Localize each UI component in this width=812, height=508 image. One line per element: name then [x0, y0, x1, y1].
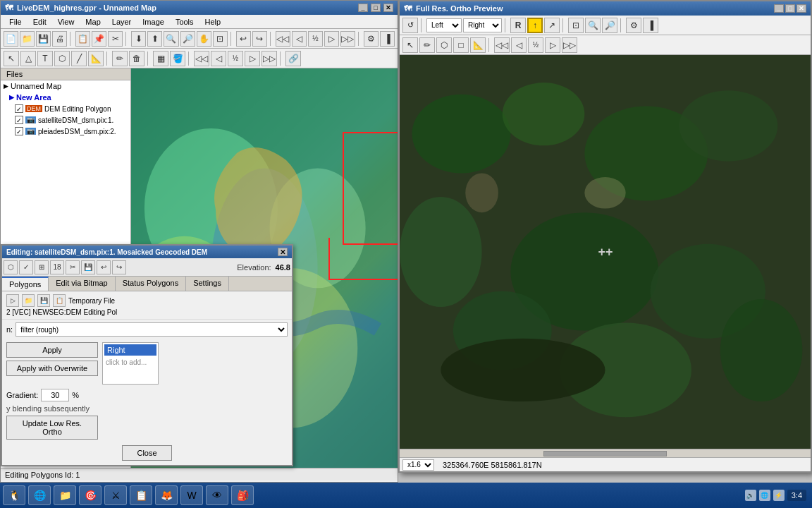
ortho-grid-btn[interactable]: ⊡	[568, 18, 584, 33]
taskbar-app6-btn[interactable]: 🦊	[155, 485, 178, 505]
ortho-right-dropdown[interactable]: Right	[463, 18, 502, 32]
edit-tool-undo[interactable]: ↩	[97, 260, 111, 274]
close-dialog-button[interactable]: Close	[122, 445, 171, 461]
tree-item-sat[interactable]: 📷 satelliteDSM_dsm.pix:1.	[1, 114, 130, 126]
next4-btn[interactable]: ▷▷	[262, 51, 277, 66]
ortho-prev3-btn[interactable]: ◁◁	[494, 37, 510, 53]
ortho-next6-btn[interactable]: ▷▷	[562, 37, 577, 53]
ortho-edit-btn[interactable]: ✏	[419, 37, 435, 53]
draw-btn[interactable]: ✏	[112, 51, 128, 66]
ortho-region-btn[interactable]: □	[453, 37, 469, 53]
measure-btn[interactable]: 📐	[88, 51, 104, 66]
pan-btn[interactable]: ✋	[197, 31, 211, 47]
sat-checkbox[interactable]	[15, 116, 23, 124]
next3-btn[interactable]: ▷	[245, 51, 260, 66]
right-option-panel[interactable]: Right click to add...	[102, 342, 159, 385]
polygon-btn[interactable]: ⬡	[54, 51, 70, 66]
new-btn[interactable]: 📄	[4, 31, 18, 47]
tree-item-dem[interactable]: DEM DEM Editing Polygon	[1, 103, 130, 114]
edit-tool-5[interactable]: ✂	[66, 260, 80, 274]
prev-btn[interactable]: ◁	[292, 31, 307, 47]
taskbar-app5-btn[interactable]: 📋	[130, 485, 152, 505]
minimize-button[interactable]: _	[358, 4, 368, 12]
file-tool-3[interactable]: 💾	[37, 294, 50, 307]
ortho-scrollbar-h[interactable]	[400, 449, 811, 457]
import-btn[interactable]: ⬇	[131, 31, 146, 47]
taskbar-start-btn[interactable]: 🐧	[3, 485, 25, 505]
edit-tool-3[interactable]: ⊞	[35, 260, 49, 274]
tab-status-polygons[interactable]: Status Polygons	[116, 277, 187, 291]
ortho-cursor-btn[interactable]: ↖	[402, 37, 418, 53]
adjust-btn[interactable]: ▐	[380, 31, 395, 47]
save-btn[interactable]: 💾	[36, 31, 51, 47]
ortho-minimize-btn[interactable]: _	[774, 4, 784, 13]
next-frame-btn[interactable]: ▷▷	[340, 31, 355, 47]
ortho-up-btn[interactable]: ↑	[527, 18, 543, 33]
files-tab[interactable]: Files	[1, 68, 130, 80]
edit-tool-save[interactable]: 💾	[81, 260, 95, 274]
half-btn[interactable]: ½	[308, 31, 323, 47]
select-btn[interactable]: ↖	[4, 51, 19, 66]
erase-btn[interactable]: 🗑	[129, 51, 144, 66]
print-btn[interactable]: 🖨	[52, 31, 67, 47]
file-tool-1[interactable]: ▷	[6, 294, 19, 307]
tree-item-newarea[interactable]: ▶ New Area	[1, 92, 130, 103]
taskbar-geo-btn[interactable]: 👁	[206, 485, 228, 505]
copy-btn[interactable]: 📋	[75, 31, 90, 47]
menu-file[interactable]: File	[4, 16, 27, 28]
maximize-button[interactable]: □	[371, 4, 381, 12]
prev-frame-btn[interactable]: ◁◁	[276, 31, 290, 47]
zoom-out-btn[interactable]: 🔎	[180, 31, 195, 47]
undo-btn[interactable]: ↩	[236, 31, 251, 47]
apply-button[interactable]: Apply	[6, 342, 98, 358]
ortho-next5-btn[interactable]: ▷	[545, 37, 560, 53]
menu-layer[interactable]: Layer	[106, 16, 137, 28]
taskbar-browser-btn[interactable]: 🌐	[28, 485, 51, 505]
filter-dropdown[interactable]: filter (rough)	[16, 322, 288, 337]
ortho-adjust-btn[interactable]: ▐	[643, 18, 658, 33]
taskbar-geo2-btn[interactable]: 🎒	[231, 485, 254, 505]
zoom-in-btn[interactable]: 🔍	[164, 31, 178, 47]
redo-btn[interactable]: ↪	[252, 31, 267, 47]
ortho-maximize-btn[interactable]: □	[785, 4, 795, 13]
volume-icon[interactable]: 🔊	[745, 490, 756, 501]
tab-settings[interactable]: Settings	[186, 277, 229, 291]
edit-tool-4[interactable]: 18	[50, 260, 64, 274]
ortho-half3-btn[interactable]: ½	[528, 37, 543, 53]
gradient-input[interactable]	[41, 389, 69, 401]
tree-item-map[interactable]: ▶ Unnamed Map	[1, 80, 130, 92]
click-to-add-label[interactable]: click to add...	[104, 357, 156, 368]
ortho-zoom-in-btn[interactable]: 🔍	[585, 18, 601, 33]
ortho-scroll-thumb[interactable]	[543, 451, 667, 456]
ortho-prev4-btn[interactable]: ◁	[511, 37, 527, 53]
apply-overwrite-button[interactable]: Apply with Overwrite	[6, 361, 98, 376]
ortho-zoom-dropdown[interactable]: x1.6	[402, 459, 434, 471]
taskbar-word-btn[interactable]: W	[180, 485, 203, 505]
menu-image[interactable]: Image	[137, 16, 170, 28]
link-btn[interactable]: 🔗	[285, 51, 301, 66]
ortho-polygon2-btn[interactable]: ⬡	[436, 37, 452, 53]
ortho-settings-btn[interactable]: ⚙	[626, 18, 641, 33]
settings-btn[interactable]: ⚙	[364, 31, 379, 47]
edit-dialog-close-btn[interactable]: ✕	[278, 248, 288, 256]
menu-map[interactable]: Map	[80, 16, 106, 28]
menu-view[interactable]: View	[52, 16, 80, 28]
menu-edit[interactable]: Edit	[27, 16, 52, 28]
ortho-left-dropdown[interactable]: Left	[426, 18, 462, 32]
open-btn[interactable]: 📁	[20, 31, 35, 47]
gradient-tool[interactable]: ▦	[153, 51, 168, 66]
edit-tool-1[interactable]: ⬡	[4, 260, 18, 274]
ortho-measure2-btn[interactable]: 📐	[470, 37, 486, 53]
export-btn[interactable]: ⬆	[147, 31, 162, 47]
prev2-btn[interactable]: ◁◁	[194, 51, 209, 66]
file-tool-2[interactable]: 📁	[22, 294, 35, 307]
paste-btn[interactable]: 📌	[92, 31, 106, 47]
update-ortho-button[interactable]: Update Low Res. Ortho	[6, 416, 98, 440]
dem-checkbox[interactable]	[15, 104, 23, 113]
menu-tools[interactable]: Tools	[170, 16, 199, 28]
edit-tool-2[interactable]: ✓	[19, 260, 33, 274]
ortho-R-btn[interactable]: R	[510, 18, 526, 33]
next-btn[interactable]: ▷	[324, 31, 339, 47]
edit-tool-redo[interactable]: ↪	[112, 260, 126, 274]
pleiades-checkbox[interactable]	[15, 127, 23, 135]
